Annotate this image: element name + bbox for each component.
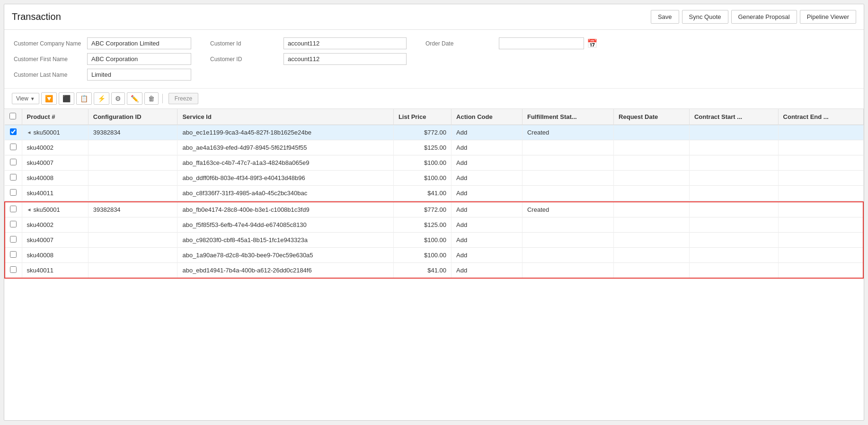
row-product: ◄sku50001	[22, 202, 88, 217]
filter-button[interactable]: ⬛	[59, 92, 74, 105]
transaction-table: Product # Configuration ID Service Id Li…	[4, 109, 864, 279]
calendar-icon[interactable]: 📅	[587, 38, 597, 49]
table-row-group2: sku40008abo_1a90ae78-d2c8-4b30-bee9-70ec…	[5, 247, 863, 262]
row-checkbox[interactable]	[10, 206, 17, 212]
row-contract-end	[778, 140, 863, 155]
product-number: sku40007	[27, 236, 53, 244]
row-list-price: $41.00	[393, 262, 451, 278]
copy-icon: 📋	[80, 95, 88, 102]
row-fulfillment-status	[522, 186, 613, 201]
row-fulfillment-status	[522, 247, 613, 262]
view-button[interactable]: View ▼	[12, 93, 39, 104]
customer-last-name-input[interactable]	[87, 69, 191, 81]
customer-first-name-input[interactable]	[87, 53, 191, 65]
sync-quote-button[interactable]: Sync Quote	[682, 10, 728, 24]
toolbar-separator	[162, 94, 163, 103]
row-checkbox-cell	[5, 262, 22, 278]
settings-button[interactable]: ⚙	[111, 92, 125, 105]
row-config-id	[88, 262, 177, 278]
row-checkbox-cell	[5, 125, 22, 140]
add-filter-button[interactable]: 🔽	[41, 92, 57, 105]
row-contract-end	[778, 186, 863, 201]
generate-proposal-button[interactable]: Generate Proposal	[731, 10, 797, 24]
table-row-group2: sku40011abo_ebd14941-7b4a-400b-a612-26dd…	[5, 262, 863, 278]
table-row: sku40007abo_ffa163ce-c4b7-47c7-a1a3-4824…	[5, 155, 863, 171]
row-config-id	[88, 186, 177, 201]
row-checkbox[interactable]	[10, 251, 17, 258]
order-date-input[interactable]	[499, 37, 584, 49]
customer-id2-label: Customer ID	[210, 56, 283, 63]
table-body: ◄sku5000139382834abo_ec1e1199-9ca3-4a45-…	[5, 125, 863, 278]
table-row-group2: sku40002abo_f5f85f53-6efb-47e4-94dd-e674…	[5, 217, 863, 232]
row-service-id: abo_f5f85f53-6efb-47e4-94dd-e674085c8130	[177, 217, 393, 232]
col-action-code: Action Code	[452, 109, 523, 125]
col-contract-start: Contract Start ...	[689, 109, 778, 125]
product-number: sku40008	[27, 174, 53, 181]
row-request-date	[614, 140, 690, 155]
row-list-price: $125.00	[393, 217, 451, 232]
copy-button[interactable]: 📋	[76, 92, 92, 105]
edit-icon: ✏️	[131, 95, 139, 102]
delete-icon: 🗑	[148, 95, 155, 102]
table-row: sku40008abo_ddff0f6b-803e-4f34-89f3-e404…	[5, 171, 863, 186]
col-service-id: Service Id	[177, 109, 393, 125]
row-checkbox-cell	[5, 217, 22, 232]
select-all-checkbox[interactable]	[9, 113, 16, 119]
row-checkbox[interactable]	[10, 174, 17, 181]
row-contract-start	[689, 262, 778, 278]
row-contract-start	[689, 202, 778, 217]
row-fulfillment-status	[522, 217, 613, 232]
row-product: sku40002	[22, 217, 88, 232]
row-request-date	[614, 232, 690, 247]
table-row: sku40011abo_c8f336f7-31f3-4985-a4a0-45c2…	[5, 186, 863, 201]
customer-first-name-row: Customer First Name	[14, 53, 191, 65]
row-list-price: $100.00	[393, 155, 451, 171]
row-checkbox[interactable]	[10, 189, 17, 196]
action-button[interactable]: ⚡	[94, 92, 109, 105]
row-list-price: $125.00	[393, 140, 451, 155]
delete-button[interactable]: 🗑	[144, 92, 159, 105]
row-checkbox[interactable]	[10, 144, 17, 150]
customer-id2-input[interactable]	[283, 53, 407, 65]
row-checkbox[interactable]	[10, 221, 17, 227]
row-request-date	[614, 262, 690, 278]
col-list-price: List Price	[393, 109, 451, 125]
col-contract-end: Contract End ...	[778, 109, 863, 125]
row-checkbox[interactable]	[10, 128, 17, 135]
row-product: sku40007	[22, 232, 88, 247]
pipeline-viewer-button[interactable]: Pipeline Viewer	[800, 10, 856, 24]
save-button[interactable]: Save	[651, 10, 679, 24]
row-fulfillment-status	[522, 232, 613, 247]
row-request-date	[614, 171, 690, 186]
customer-company-name-input[interactable]	[87, 37, 191, 49]
view-dropdown-icon: ▼	[30, 96, 35, 101]
row-contract-start	[689, 171, 778, 186]
freeze-button[interactable]: Freeze	[168, 93, 198, 104]
row-checkbox[interactable]	[10, 236, 17, 243]
toolbar: View ▼ 🔽 ⬛ 📋 ⚡ ⚙ ✏️ 🗑 Freeze	[4, 89, 864, 109]
row-action-code: Add	[452, 125, 523, 140]
row-list-price: $41.00	[393, 186, 451, 201]
row-product: sku40008	[22, 171, 88, 186]
row-checkbox[interactable]	[10, 159, 17, 165]
row-config-id	[88, 140, 177, 155]
row-service-id: abo_fb0e4174-28c8-400e-b3e1-c1008b1c3fd9	[177, 202, 393, 217]
row-action-code: Add	[452, 247, 523, 262]
row-checkbox[interactable]	[10, 266, 17, 273]
customer-id-input[interactable]	[283, 37, 407, 49]
row-request-date	[614, 155, 690, 171]
row-contract-start	[689, 217, 778, 232]
expand-icon[interactable]: ◄	[27, 207, 32, 212]
expand-icon[interactable]: ◄	[27, 130, 32, 135]
row-fulfillment-status: Created	[522, 125, 613, 140]
row-contract-start	[689, 125, 778, 140]
row-config-id: 39382834	[88, 202, 177, 217]
form-fields-right: Order Date 📅	[425, 37, 597, 81]
row-list-price: $100.00	[393, 171, 451, 186]
product-number: sku40011	[27, 267, 53, 274]
edit-button[interactable]: ✏️	[127, 92, 142, 105]
filter-icon: ⬛	[62, 95, 71, 102]
row-config-id: 39382834	[88, 125, 177, 140]
product-number: sku40008	[27, 252, 53, 259]
row-contract-end	[778, 202, 863, 217]
